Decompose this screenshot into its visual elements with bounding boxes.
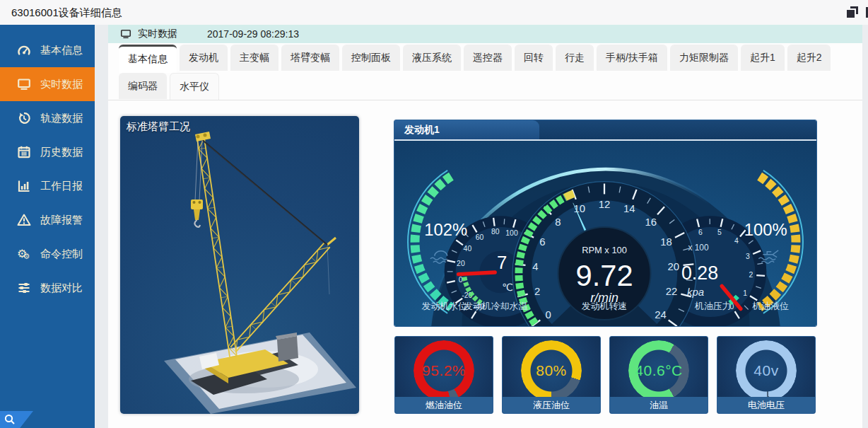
sidebar-item-history-data[interactable]: 历史数据 (0, 135, 95, 169)
tab-row1-12[interactable]: 起升2 (787, 45, 831, 71)
tab-row1-11[interactable]: 起升1 (741, 45, 785, 71)
sidebar-item-fault-alarm[interactable]: 故障报警 (0, 203, 95, 237)
tab-row1-0[interactable]: 基本信息 (119, 45, 177, 73)
svg-text:2: 2 (749, 271, 753, 279)
svg-text:14: 14 (623, 203, 635, 214)
tab-row1-8[interactable]: 行走 (556, 45, 594, 71)
svg-text:6: 6 (539, 236, 545, 248)
mini-gauge-cards: 95.2%燃油油位80%液压油位40.6°C油温40v电池电压 (394, 336, 816, 414)
window-restore-icon[interactable] (845, 6, 858, 19)
svg-text:22: 22 (666, 286, 678, 297)
card-oil-temp: 40.6°C油温 (609, 336, 708, 414)
engine-panel: 发动机1 (394, 120, 817, 327)
svg-text:12: 12 (599, 199, 611, 210)
svg-text:100: 100 (505, 229, 518, 237)
tab-row1-2[interactable]: 主变幅 (230, 45, 278, 71)
content-gutter (95, 25, 108, 428)
engine-speed-label: 发动机转速 (582, 301, 627, 311)
hydraulic-level-label: 液压油位 (503, 397, 600, 413)
svg-text:0: 0 (545, 309, 551, 320)
tab-row1-4[interactable]: 控制面板 (342, 45, 400, 71)
oil-level-value: 100% (744, 220, 787, 239)
panel-area: 标准塔臂工况 发动机1 (108, 100, 862, 426)
sidebar-item-label: 工作日报 (40, 180, 83, 193)
water-level-value: 102% (424, 220, 467, 239)
battery-voltage-value: 40v (717, 362, 815, 379)
sidebar-item-label: 故障报警 (40, 214, 83, 227)
sidebar-item-basic-info[interactable]: 基本信息 (0, 33, 95, 67)
crane-panel-title: 标准塔臂工况 (127, 120, 190, 134)
sidebar: 基本信息实时数据轨迹数据历史数据工作日报故障报警⚙⚙命令控制数据对比 (0, 25, 95, 428)
svg-text:8: 8 (555, 216, 561, 228)
engine-panel-title: 发动机1 (394, 120, 539, 139)
svg-text:20: 20 (667, 261, 679, 272)
vertical-scrollbar[interactable] (862, 25, 868, 428)
tab-row1-5[interactable]: 液压系统 (403, 45, 461, 71)
sidebar-item-label: 基本信息 (40, 44, 83, 57)
oil-pressure-label: 机油压力 (694, 301, 732, 311)
tab-row1-9[interactable]: 手柄/扶手箱 (597, 45, 667, 71)
hydraulic-level-value: 80% (503, 362, 600, 379)
svg-text:1: 1 (743, 289, 747, 297)
sidebar-item-data-compare[interactable]: 数据对比 (0, 271, 95, 305)
card-hydraulic-level: 80%液压油位 (502, 336, 601, 414)
dashboard-icon (17, 43, 31, 57)
window-title: 63016001设备详细信息 (11, 0, 122, 25)
fuel-level-label: 燃油油位 (395, 397, 493, 413)
timestamp: 2017-09-29 08:29:13 (207, 28, 299, 40)
sidebar-item-label: 命令控制 (40, 248, 83, 261)
svg-text:18: 18 (660, 236, 672, 248)
tab-row2-0[interactable]: 编码器 (119, 73, 167, 99)
oil-pressure-unit: kpa (687, 287, 704, 298)
svg-text:5: 5 (717, 229, 722, 236)
crane-panel: 标准塔臂工况 (120, 116, 359, 414)
svg-text:4: 4 (734, 237, 739, 245)
oil-pressure-value: 0.28 (681, 262, 718, 284)
oil-level-label: 机油液位 (751, 301, 789, 311)
svg-text:80: 80 (491, 228, 500, 236)
warning-icon (17, 213, 31, 227)
tab-row2-1[interactable]: 水平仪 (170, 73, 219, 100)
coolant-temp-label: 发动机冷却水温 (464, 301, 527, 311)
history-icon (17, 111, 31, 125)
gear-icon: ⚙⚙ (17, 247, 31, 261)
svg-text:20: 20 (457, 260, 465, 267)
engine-speed-value: 9.72 (575, 259, 633, 292)
crane-illustration (120, 116, 359, 414)
oil-temp-label: 油温 (610, 397, 708, 413)
card-battery-voltage: 40v电池电压 (717, 336, 816, 414)
sidebar-item-track-data[interactable]: 轨迹数据 (0, 101, 95, 135)
battery-voltage-label: 电池电压 (717, 397, 815, 413)
tab-row1-1[interactable]: 发动机 (180, 45, 228, 71)
monitor-icon (17, 77, 31, 91)
search-icon (4, 414, 16, 425)
sidebar-item-work-daily[interactable]: 工作日报 (0, 169, 95, 203)
engine-panel-header: 发动机1 (394, 120, 816, 139)
tab-row1-6[interactable]: 遥控器 (464, 45, 512, 71)
sidebar-item-command-control[interactable]: ⚙⚙命令控制 (0, 237, 95, 271)
coolant-temp-unit: ℃ (502, 282, 513, 293)
title-bar: 63016001设备详细信息 (0, 0, 868, 25)
sidebar-item-realtime-data[interactable]: 实时数据 (0, 67, 95, 101)
svg-text:4: 4 (532, 261, 538, 272)
water-level-label: 发动机水位 (422, 301, 468, 311)
svg-text:40: 40 (464, 245, 472, 253)
svg-text:2: 2 (534, 286, 540, 297)
tab-bar: 基本信息发动机主变幅塔臂变幅控制面板液压系统遥控器回转行走手柄/扶手箱力矩限制器… (108, 43, 862, 100)
card-fuel-level: 95.2%燃油油位 (394, 336, 493, 414)
gauge-cluster-svg: -40-20020406080100 0123456 (394, 141, 816, 326)
tab-row1-3[interactable]: 塔臂变幅 (281, 45, 339, 71)
water-level-icon (430, 251, 447, 263)
oil-temp-value: 40.6°C (610, 362, 708, 379)
tach-scale-label: RPM x 100 (582, 245, 627, 255)
app-window: 63016001设备详细信息 基本信息实时数据轨迹数据历史数据工作日报故障报警⚙… (0, 0, 868, 428)
monitor-icon (120, 28, 131, 40)
page-title: 实时数据 (138, 28, 177, 40)
svg-text:24: 24 (655, 309, 667, 320)
page-header-bar: 实时数据 2017-09-29 08:29:13 (108, 25, 862, 43)
coolant-temp-value: 7 (497, 253, 507, 272)
bar-chart-icon (17, 179, 31, 193)
calendar-icon (17, 145, 31, 159)
tab-row1-7[interactable]: 回转 (515, 45, 553, 71)
tab-row1-10[interactable]: 力矩限制器 (670, 45, 738, 71)
